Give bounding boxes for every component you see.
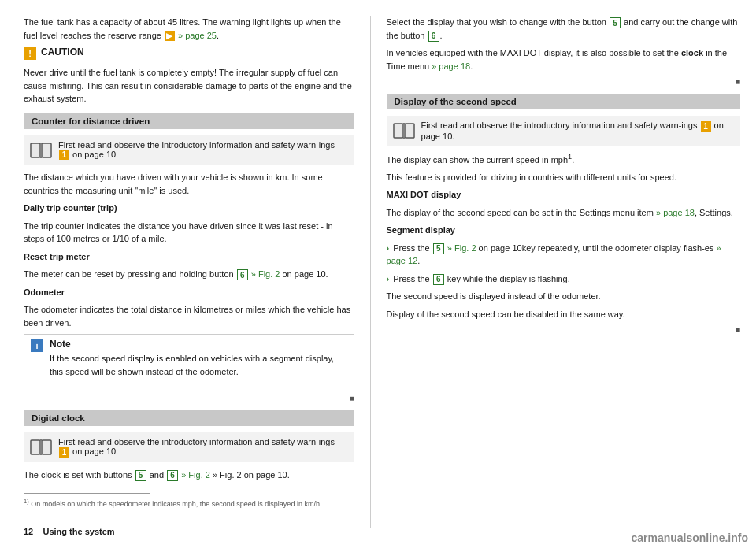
warning-num-second-speed: 1 bbox=[701, 121, 711, 132]
footnote-text: 1) On models on which the speedometer in… bbox=[24, 497, 354, 510]
watermark: carmanualsonline.info bbox=[631, 532, 748, 544]
warning-num-clock: 1 bbox=[59, 447, 69, 458]
odometer-title: Odometer bbox=[24, 286, 354, 299]
second-speed-feature: This feature is provided for driving in … bbox=[387, 171, 740, 184]
note-title: Note bbox=[50, 339, 347, 350]
footnote-marker: 1) bbox=[24, 498, 29, 505]
svg-rect-5 bbox=[31, 440, 40, 454]
page-section: Using the system bbox=[43, 527, 114, 536]
clock-fig-link[interactable]: » Fig. 2 bbox=[181, 470, 210, 480]
note-text: If the second speed display is enabled o… bbox=[50, 352, 347, 378]
second-speed-end-mark: ■ bbox=[387, 325, 740, 334]
second-speed-book-text: First read and observe the introductory … bbox=[421, 120, 734, 141]
note-box: i Note If the second speed display is en… bbox=[24, 334, 354, 387]
key-6-change: 6 bbox=[428, 31, 439, 42]
intro-paragraph: The fuel tank has a capacity of about 45… bbox=[24, 16, 354, 42]
page-number: 12 bbox=[24, 527, 33, 536]
maxi-dot-title: MAXI DOT display bbox=[387, 188, 740, 202]
counter-intro: The distance which you have driven with … bbox=[24, 171, 354, 197]
warning-num-intro: ▶ bbox=[165, 31, 175, 41]
arrow-right-2: › bbox=[387, 274, 390, 283]
key-6-segment: 6 bbox=[433, 274, 444, 285]
daily-trip-text: The trip counter indicates the distance … bbox=[24, 220, 354, 246]
clock-book-warning-text: First read and observe the introductory … bbox=[58, 437, 348, 458]
left-column: The fuel tank has a capacity of about 45… bbox=[0, 16, 370, 528]
caution-text: Never drive until the fuel tank is compl… bbox=[24, 66, 354, 106]
caution-title: CAUTION bbox=[41, 46, 84, 57]
key-5-segment: 5 bbox=[433, 243, 444, 254]
segment-press1: › Press the 5 » Fig. 2 on page 10key rep… bbox=[387, 242, 740, 268]
counter-end-mark: ■ bbox=[24, 394, 354, 402]
time-menu-link[interactable]: » page 18 bbox=[432, 61, 470, 71]
reset-trip-title: Reset trip meter bbox=[24, 250, 354, 264]
digital-clock-header: Digital clock bbox=[24, 410, 354, 426]
reset-trip-text: The meter can be reset by pressing and h… bbox=[24, 268, 354, 281]
reset-fig-link[interactable]: » Fig. 2 bbox=[251, 269, 280, 279]
digital-clock-book-warning: First read and observe the introductory … bbox=[24, 432, 354, 462]
second-speed-header: Display of the second speed bbox=[387, 94, 740, 109]
counter-section-header: Counter for distance driven bbox=[24, 113, 354, 129]
svg-rect-11 bbox=[405, 124, 414, 138]
segment-press2: › Press the 6 key while the display is f… bbox=[387, 272, 740, 286]
caution-box: ! CAUTION bbox=[24, 46, 354, 60]
book-icon-clock bbox=[30, 439, 52, 456]
svg-rect-0 bbox=[31, 143, 40, 157]
book-icon-second-speed bbox=[393, 122, 415, 139]
segment-title: Segment display bbox=[387, 224, 740, 237]
counter-book-warning-text: First read and observe the introductory … bbox=[58, 140, 348, 161]
disable-line: Display of the second speed can be disab… bbox=[387, 308, 740, 321]
key-6-reset: 6 bbox=[237, 269, 248, 280]
right-intro-para2: In vehicles equipped with the MAXI DOT d… bbox=[387, 46, 740, 72]
key-6-clock: 6 bbox=[167, 470, 178, 481]
maxi-dot-link[interactable]: » page 18 bbox=[656, 208, 695, 217]
book-icon-counter bbox=[30, 142, 52, 159]
second-speed-intro: The display can show the current speed i… bbox=[387, 152, 740, 166]
key-5-clock: 5 bbox=[135, 470, 146, 481]
key-5-select: 5 bbox=[610, 17, 621, 28]
note-content: Note If the second speed display is enab… bbox=[50, 339, 347, 383]
clock-settings-text: The clock is set with buttons 5 and 6 » … bbox=[24, 469, 354, 482]
caution-icon: ! bbox=[24, 47, 36, 60]
right-intro-end-mark: ■ bbox=[387, 77, 740, 86]
maxi-dot-text: The display of the second speed can be s… bbox=[387, 206, 740, 220]
segment-fig-link[interactable]: » Fig. 2 bbox=[447, 243, 476, 253]
right-intro-para1: Select the display that you wish to chan… bbox=[387, 16, 740, 42]
svg-rect-1 bbox=[42, 143, 51, 157]
arrow-right-1: › bbox=[387, 243, 390, 253]
intro-link[interactable]: » page 25 bbox=[178, 31, 217, 40]
odometer-text: The odometer indicates the total distanc… bbox=[24, 303, 354, 329]
svg-rect-6 bbox=[42, 440, 51, 454]
footnote-ref-1: 1 bbox=[568, 153, 572, 161]
second-speed-book-warning: First read and observe the introductory … bbox=[387, 116, 740, 146]
second-speed-line: The second speed is displayed instead of… bbox=[387, 290, 740, 303]
svg-rect-10 bbox=[394, 124, 403, 138]
warning-num-counter: 1 bbox=[59, 150, 69, 160]
note-icon: i bbox=[31, 339, 43, 352]
page-footer: 12 Using the system bbox=[24, 527, 115, 536]
daily-trip-title: Daily trip counter (trip) bbox=[24, 202, 354, 215]
counter-book-warning: First read and observe the introductory … bbox=[24, 135, 354, 165]
right-column: Select the display that you wish to chan… bbox=[371, 16, 756, 528]
